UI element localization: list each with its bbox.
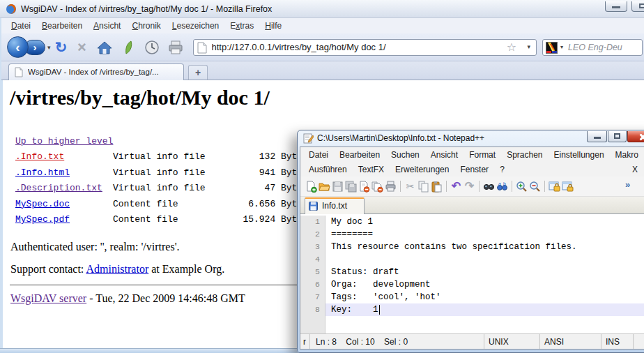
tab-wsgidav-index[interactable]: WsgiDAV - Index of /virtres/by_tag/... (8, 63, 184, 80)
leo-search-engine-icon[interactable] (546, 42, 558, 54)
support-suffix: at Example Org. (148, 263, 224, 275)
status-encoding[interactable]: ANSI (540, 334, 601, 349)
npp-menu-help[interactable]: ? (494, 163, 510, 176)
file-link-description-txt[interactable]: .Description.txt (15, 181, 113, 196)
print-icon[interactable] (384, 180, 397, 193)
npp-menu-einstellungen[interactable]: Einstellungen (549, 149, 610, 161)
firefox-menu-hilfe[interactable]: Hilfe (259, 19, 287, 33)
firefox-menu-chronik[interactable]: Chronik (126, 19, 166, 33)
administrator-link[interactable]: Administrator (86, 263, 148, 275)
toolbar-separator (400, 181, 401, 192)
search-engine-dropdown-icon[interactable]: ▾ (560, 44, 563, 50)
zoom-in-icon[interactable] (515, 180, 528, 193)
firefox-minimize-button[interactable] (605, 1, 627, 12)
toolbar-separator (479, 181, 480, 192)
print-button[interactable] (167, 40, 185, 55)
line-number: 1 (300, 216, 325, 228)
paste-icon[interactable] (430, 180, 443, 193)
firefox-titlebar: WsgiDAV - Index of /virtres/by_tag/hot/M… (0, 0, 644, 18)
npp-menu-erweiterungen[interactable]: Erweiterungen (390, 163, 454, 176)
notepadpp-titlebar[interactable]: C:\Users\Martin\Desktop\Info.txt - Notep… (298, 130, 644, 147)
search-input[interactable] (568, 40, 641, 54)
editor-line: 5Status: draft (300, 266, 644, 278)
line-number: 8 (300, 303, 325, 316)
current-line: Key: 1 (325, 303, 644, 316)
file-link-myspec-pdf[interactable]: MySpec.pdf (15, 212, 113, 227)
save-icon[interactable] (331, 180, 344, 193)
tab-label: Info.txt (322, 199, 347, 213)
file-link-info-html[interactable]: .Info.html (15, 165, 113, 181)
notepadpp-close-button[interactable] (627, 131, 644, 142)
file-link-info-txt[interactable]: .Info.txt (15, 149, 113, 165)
page-title: /virtres/by_tag/hot/My doc 1/ (10, 86, 644, 110)
status-cursor-position: Ln : 8 Col : 10 Sel : 0 (310, 334, 484, 349)
file-type: Content file (113, 212, 237, 227)
toolbar-separator (446, 181, 447, 192)
npp-menu-makro[interactable]: Makro (610, 149, 644, 161)
tab-info-txt[interactable]: Info.txt (305, 197, 365, 214)
npp-close-document-x[interactable]: X (628, 163, 642, 176)
tab-title: WsgiDAV - Index of /virtres/by_tag/... (28, 64, 179, 80)
line-text (325, 253, 644, 266)
editor-empty-area[interactable] (300, 316, 644, 333)
redo-icon[interactable]: ↷ (463, 180, 476, 193)
replace-icon[interactable]: ab (496, 180, 509, 193)
npp-menu-ausfuehren[interactable]: Ausführen (303, 163, 353, 176)
notepadpp-restore-button[interactable] (608, 131, 627, 142)
editor-area[interactable]: 1My doc 1 2======== 3This resource conta… (300, 214, 644, 333)
search-box[interactable]: ▾ (542, 39, 643, 56)
editor-line: 4 (300, 253, 644, 266)
find-icon[interactable] (482, 180, 496, 193)
line-text: This resource contains two specification… (325, 241, 644, 253)
home-button[interactable] (95, 40, 114, 55)
sync-horizontal-scroll-icon[interactable] (561, 180, 574, 193)
copy-icon[interactable] (417, 180, 430, 193)
file-link-myspec-doc[interactable]: MySpec.doc (15, 197, 113, 212)
url-input[interactable] (212, 40, 500, 54)
zoom-out-icon[interactable] (528, 180, 542, 193)
cut-icon[interactable]: ✂ (404, 180, 417, 193)
firefox-menu-datei[interactable]: Datei (6, 19, 36, 33)
save-all-icon[interactable] (344, 180, 358, 193)
npp-menu-ansicht[interactable]: Ansicht (425, 149, 463, 161)
npp-menu-suchen[interactable]: Suchen (385, 149, 425, 161)
firefox-menu-bearbeiten[interactable]: Bearbeiten (36, 19, 88, 33)
reload-button[interactable]: ↻ (51, 39, 72, 56)
back-button[interactable]: ‹ (7, 36, 29, 58)
new-tab-button[interactable]: + (188, 65, 208, 80)
sync-vertical-scroll-icon[interactable] (548, 180, 561, 193)
file-type: Virtual info file (113, 149, 237, 165)
npp-menu-sprachen[interactable]: Sprachen (501, 149, 548, 161)
firefox-menu-lesezeichen[interactable]: Lesezeichen (167, 19, 224, 33)
up-to-higher-level-link[interactable]: Up to higher level (15, 134, 113, 149)
npp-menu-datei[interactable]: Datei (303, 149, 334, 161)
npp-menu-bearbeiten[interactable]: Bearbeiten (334, 149, 385, 161)
npp-menu-format[interactable]: Format (463, 149, 501, 161)
undo-icon[interactable]: ↶ (450, 180, 463, 193)
stop-button[interactable]: × (72, 38, 93, 57)
resize-grip[interactable] (634, 334, 644, 349)
close-all-files-icon[interactable] (371, 180, 384, 193)
bookmark-star-icon[interactable]: ☆ (507, 40, 516, 54)
firefox-logo-icon (6, 3, 17, 15)
firefox-menu-extras[interactable]: Extras (224, 19, 259, 33)
notepadpp-minimize-button[interactable] (587, 131, 607, 142)
footer-timestamp: - Tue, 22 Dec 2009 14:46:48 GMT (86, 292, 245, 304)
status-eol-format[interactable]: UNIX (484, 334, 540, 349)
toolbar-separator (512, 181, 512, 192)
leaf-extension-icon[interactable] (119, 40, 137, 55)
firefox-maximize-button[interactable] (631, 1, 644, 12)
new-file-icon[interactable] (305, 180, 318, 193)
firefox-menu-ansicht[interactable]: Ansicht (88, 19, 126, 33)
firefox-tabbar: WsgiDAV - Index of /virtres/by_tag/... + (1, 61, 644, 80)
npp-menu-fenster[interactable]: Fenster (454, 163, 494, 176)
wsgidav-server-link[interactable]: WsgiDAV server (10, 292, 86, 304)
url-bar[interactable]: ☆ ▾ (193, 39, 537, 56)
npp-menu-textfx[interactable]: TextFX (353, 163, 390, 176)
open-file-icon[interactable] (318, 180, 331, 193)
toolbar-overflow-icon[interactable]: » (625, 179, 630, 190)
history-clock-icon[interactable] (143, 40, 161, 55)
close-file-icon[interactable] (358, 180, 371, 193)
url-dropdown-icon[interactable]: ▾ (527, 43, 530, 50)
status-typing-mode[interactable]: INS (601, 334, 634, 349)
